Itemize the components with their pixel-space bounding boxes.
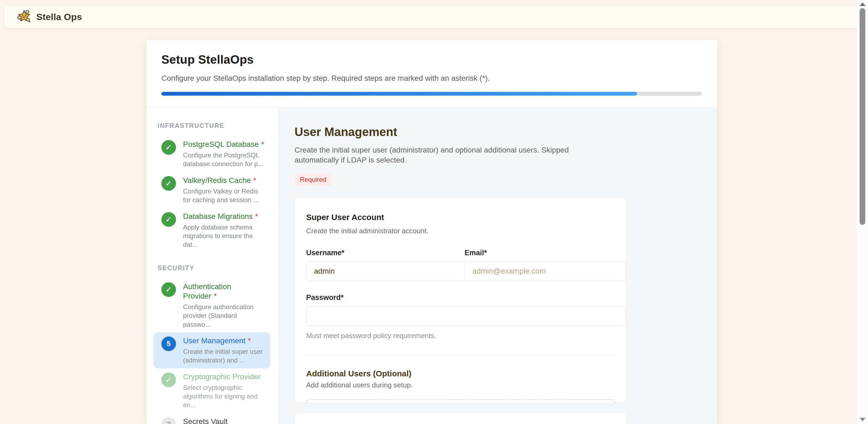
scrollbar-up-arrow-icon[interactable] [860,2,866,6]
step-number-badge: 5 [161,336,176,351]
check-icon: ✓ [161,372,176,387]
step-title: Secrets Vault [183,417,266,424]
scrollbar-thumb[interactable] [860,8,865,225]
step-description: Configure Valkey or Redis for caching an… [183,187,266,204]
add-another-user-button[interactable]: + Add Another User [306,399,615,403]
username-label: Username* [306,249,465,257]
email-label: Email* [465,249,487,257]
step-description: Configure authentication provider (Stand… [183,303,266,329]
card-subtitle: Create the initial administrator account… [306,227,615,235]
validation-checks-card: Validation Checks - connectivity Check p… [294,413,626,424]
sidebar-item-authentication-provider[interactable]: ✓ Authentication Provider* Configure aut… [153,278,270,332]
step-description: Select cryptographic algorithms for sign… [183,383,266,410]
super-user-account-card: Super User Account Create the initial ad… [294,197,626,403]
step-title: Valkey/Redis Cache* [183,175,266,185]
required-badge: Required [294,173,332,186]
check-icon: ✓ [161,140,176,155]
progress-bar [161,92,702,96]
sidebar-item-user-management[interactable]: 5 User Management* Create the initial su… [153,332,270,368]
username-input[interactable] [306,262,465,281]
password-input[interactable] [306,306,626,326]
section-security: SECURITY [158,264,270,272]
step-number-badge: 7 [161,417,176,424]
sidebar-item-cryptographic-provider[interactable]: ✓ Cryptographic Provider Select cryptogr… [153,368,270,413]
scrollbar-down-arrow-icon[interactable] [860,418,866,421]
step-title: Database Migrations* [183,211,266,221]
sidebar-item-valkey-redis-cache[interactable]: ✓ Valkey/Redis Cache* Configure Valkey o… [153,172,270,208]
password-label: Password* [306,293,615,302]
step-description: Apply database schema migrations to ensu… [183,223,266,249]
step-heading: User Management [294,125,717,139]
wizard-header: Setup StellaOps Configure your StellaOps… [147,40,717,107]
password-hint: Must meet password policy requirements. [306,332,615,340]
step-title: Authentication Provider* [183,282,266,301]
progress-fill [161,92,637,96]
app-title: Stella Ops [36,12,82,22]
step-description: Configure the PostgreSQL database connec… [183,151,266,168]
card-title: Super User Account [306,213,615,222]
stella-ops-logo-icon [16,9,32,25]
page-title: Setup StellaOps [161,53,702,66]
step-heading-description: Create the initial super user (administr… [294,145,593,165]
sidebar-item-database-migrations[interactable]: ✓ Database Migrations* Apply database sc… [153,208,270,253]
step-title: PostgreSQL Database* [183,139,266,149]
steps-sidebar: INFRASTRUCTURE ✓ PostgreSQL Database* Co… [147,107,279,424]
email-input[interactable] [465,262,625,281]
additional-users-subtitle: Add additional users during setup. [306,381,615,389]
check-icon: ✓ [161,212,176,227]
page-scrollbar[interactable] [857,0,868,424]
step-title: User Management* [183,336,266,346]
setup-wizard-card: Setup StellaOps Configure your StellaOps… [147,40,717,424]
check-icon: ✓ [161,282,176,297]
app-header: Stella Ops [4,5,858,28]
page-subtitle: Configure your StellaOps installation st… [161,74,702,83]
additional-users-title: Additional Users (Optional) [306,369,615,378]
check-icon: ✓ [161,176,176,191]
step-title: Cryptographic Provider [183,372,266,382]
step-content-panel: User Management Create the initial super… [279,107,717,424]
section-infrastructure: INFRASTRUCTURE [158,122,270,130]
sidebar-item-postgresql-database[interactable]: ✓ PostgreSQL Database* Configure the Pos… [153,136,270,172]
sidebar-item-secrets-vault[interactable]: 7 Secrets Vault Configure a secrets vaul… [153,413,270,424]
step-description: Create the initial super user (administr… [183,347,266,365]
